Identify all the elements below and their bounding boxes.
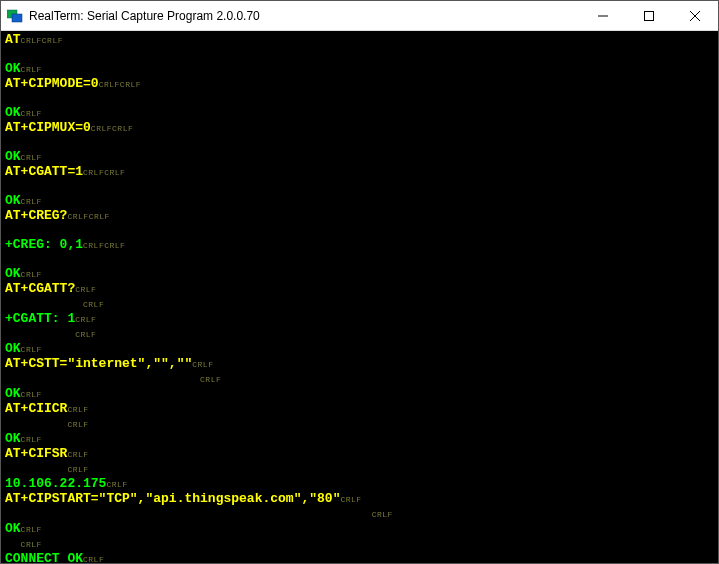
terminal-line: AT+CREG?CRLFCRLF <box>5 209 714 224</box>
terminal-text: AT+CGATT=1 <box>5 164 83 179</box>
terminal-line: AT+CSTT="internet","",""CRLF <box>5 357 714 372</box>
terminal-line <box>5 180 714 194</box>
terminal-line: OKCRLF <box>5 387 714 402</box>
terminal-text: OK <box>5 521 21 536</box>
terminal-line: CRLF <box>5 462 714 477</box>
svg-rect-3 <box>645 11 654 20</box>
terminal-line: CRLF <box>5 537 714 552</box>
crlf-marker: CRLF <box>83 555 104 563</box>
terminal-line: AT+CIFSRCRLF <box>5 447 714 462</box>
terminal-line: CRLF <box>5 327 714 342</box>
crlf-marker: CRLF <box>83 300 104 309</box>
crlf-marker: CRLF <box>21 65 42 74</box>
crlf-marker: CRLF <box>91 124 112 133</box>
terminal-line: AT+CIPSTART="TCP","api.thingspeak.com","… <box>5 492 714 507</box>
terminal-text <box>5 371 200 386</box>
terminal-output[interactable]: ATCRLFCRLF OKCRLFAT+CIPMODE=0CRLFCRLF OK… <box>1 31 718 563</box>
crlf-marker: CRLF <box>112 124 133 133</box>
terminal-text <box>5 296 83 311</box>
terminal-line: OKCRLF <box>5 106 714 121</box>
terminal-line: OKCRLF <box>5 522 714 537</box>
crlf-marker: CRLF <box>75 315 96 324</box>
terminal-text: OK <box>5 193 21 208</box>
terminal-text: AT+CGATT? <box>5 281 75 296</box>
terminal-text: OK <box>5 61 21 76</box>
terminal-text <box>5 326 75 341</box>
terminal-line: OKCRLF <box>5 342 714 357</box>
crlf-marker: CRLF <box>21 270 42 279</box>
terminal-text: AT+CIICR <box>5 401 67 416</box>
crlf-marker: CRLF <box>75 330 96 339</box>
crlf-marker: CRLF <box>21 540 42 549</box>
crlf-marker: CRLF <box>200 375 221 384</box>
terminal-text: +CGATT: 1 <box>5 311 75 326</box>
crlf-marker: CRLF <box>89 212 110 221</box>
crlf-marker: CRLF <box>83 241 104 250</box>
maximize-button[interactable] <box>626 1 672 30</box>
crlf-marker: CRLF <box>21 153 42 162</box>
terminal-line: CRLF <box>5 297 714 312</box>
crlf-marker: CRLF <box>21 197 42 206</box>
terminal-line <box>5 253 714 267</box>
crlf-marker: CRLF <box>67 465 88 474</box>
terminal-text: OK <box>5 386 21 401</box>
window-title: RealTerm: Serial Capture Program 2.0.0.7… <box>29 9 580 23</box>
crlf-marker: CRLF <box>21 345 42 354</box>
terminal-text <box>5 416 67 431</box>
terminal-line: AT+CGATT?CRLF <box>5 282 714 297</box>
crlf-marker: CRLF <box>21 36 42 45</box>
terminal-text: OK <box>5 149 21 164</box>
terminal-line: CRLF <box>5 507 714 522</box>
minimize-button[interactable] <box>580 1 626 30</box>
app-icon <box>7 8 23 24</box>
crlf-marker: CRLF <box>106 480 127 489</box>
terminal-text: AT+CREG? <box>5 208 67 223</box>
terminal-text <box>5 506 372 521</box>
terminal-text: OK <box>5 105 21 120</box>
terminal-line: AT+CIPMUX=0CRLFCRLF <box>5 121 714 136</box>
terminal-line: +CREG: 0,1CRLFCRLF <box>5 238 714 253</box>
terminal-line <box>5 136 714 150</box>
terminal-text <box>5 536 21 551</box>
terminal-text: 10.106.22.175 <box>5 476 106 491</box>
close-button[interactable] <box>672 1 718 30</box>
terminal-line: OKCRLF <box>5 432 714 447</box>
crlf-marker: CRLF <box>192 360 213 369</box>
terminal-text: AT+CIPMUX=0 <box>5 120 91 135</box>
crlf-marker: CRLF <box>67 212 88 221</box>
crlf-marker: CRLF <box>21 109 42 118</box>
terminal-line: CRLF <box>5 417 714 432</box>
window-controls <box>580 1 718 30</box>
terminal-line: CRLF <box>5 372 714 387</box>
crlf-marker: CRLF <box>67 420 88 429</box>
crlf-marker: CRLF <box>21 390 42 399</box>
crlf-marker: CRLF <box>67 405 88 414</box>
crlf-marker: CRLF <box>75 285 96 294</box>
terminal-line: OKCRLF <box>5 267 714 282</box>
terminal-text: AT+CIFSR <box>5 446 67 461</box>
crlf-marker: CRLF <box>21 525 42 534</box>
crlf-marker: CRLF <box>372 510 393 519</box>
terminal-line: AT+CIICRCRLF <box>5 402 714 417</box>
terminal-line: OKCRLF <box>5 62 714 77</box>
terminal-text: OK <box>5 431 21 446</box>
crlf-marker: CRLF <box>21 435 42 444</box>
terminal-line: +CGATT: 1CRLF <box>5 312 714 327</box>
crlf-marker: CRLF <box>340 495 361 504</box>
crlf-marker: CRLF <box>42 36 63 45</box>
terminal-text: +CREG: 0,1 <box>5 237 83 252</box>
terminal-text: CONNECT OK <box>5 551 83 563</box>
terminal-text: OK <box>5 266 21 281</box>
crlf-marker: CRLF <box>99 80 120 89</box>
terminal-text: AT+CIPSTART="TCP","api.thingspeak.com","… <box>5 491 340 506</box>
terminal-text <box>5 461 67 476</box>
terminal-line: OKCRLF <box>5 150 714 165</box>
crlf-marker: CRLF <box>120 80 141 89</box>
window-titlebar: RealTerm: Serial Capture Program 2.0.0.7… <box>1 1 718 31</box>
crlf-marker: CRLF <box>104 168 125 177</box>
terminal-line: AT+CIPMODE=0CRLFCRLF <box>5 77 714 92</box>
terminal-line <box>5 92 714 106</box>
terminal-line: 10.106.22.175CRLF <box>5 477 714 492</box>
terminal-line: ATCRLFCRLF <box>5 33 714 48</box>
terminal-line: CONNECT OKCRLF <box>5 552 714 563</box>
